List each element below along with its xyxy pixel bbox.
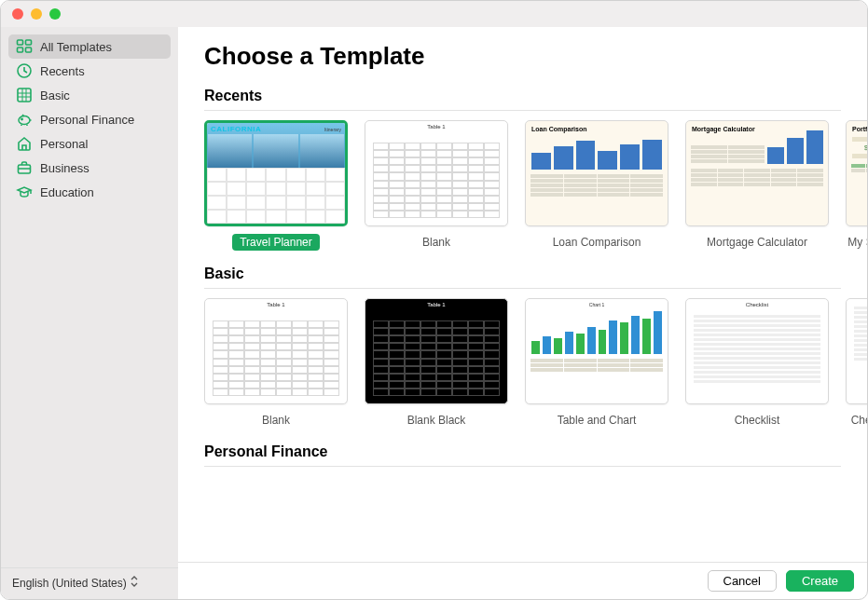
sidebar-item-personal[interactable]: Personal [8, 131, 171, 156]
svg-rect-3 [26, 48, 32, 52]
cancel-button[interactable]: Cancel [708, 570, 777, 592]
language-selector[interactable]: English (United States) [12, 576, 167, 590]
piggy-bank-icon [16, 111, 33, 128]
recents-row: CALIFORNIA Itinerary Travel Planner Tabl… [204, 120, 867, 258]
template-thumbnail: Portfolio $60000.00 [846, 120, 867, 226]
minimize-icon[interactable] [31, 8, 42, 20]
sidebar-item-label: Personal [40, 137, 88, 151]
section-title-basic: Basic [204, 266, 867, 282]
svg-point-6 [19, 116, 30, 125]
sidebar: All Templates Recents Basic [1, 27, 178, 599]
template-card-checklist[interactable]: Checklist Checklist [685, 298, 829, 429]
template-label: Checklist [844, 412, 867, 429]
thumbnail-title: Loan Comparison [526, 121, 668, 134]
thumbnail-amount: $60000.00 [847, 144, 867, 151]
divider [204, 288, 841, 289]
close-icon[interactable] [12, 8, 23, 20]
sidebar-item-recents[interactable]: Recents [8, 59, 171, 83]
svg-rect-1 [26, 40, 32, 45]
sidebar-list: All Templates Recents Basic [1, 27, 178, 567]
graduation-cap-icon [16, 184, 33, 200]
template-label: Travel Planner [232, 234, 320, 251]
template-label: Loan Comparison [545, 234, 649, 251]
sidebar-item-business[interactable]: Business [8, 156, 171, 180]
divider [204, 466, 841, 467]
updown-icon [131, 576, 138, 590]
template-card-table-and-chart[interactable]: Chart 1 Table and Chart [525, 298, 668, 429]
template-thumbnail: Checklist [685, 298, 829, 404]
house-icon [16, 135, 33, 152]
page-title: Choose a Template [204, 42, 867, 71]
template-card-travel-planner[interactable]: CALIFORNIA Itinerary Travel Planner [204, 120, 348, 251]
template-thumbnail: Table 1 [204, 298, 348, 404]
thumbnail-title: Checklist [686, 299, 828, 307]
window-body: All Templates Recents Basic [1, 27, 867, 599]
language-label: English (United States) [12, 577, 127, 590]
thumbnail-accent-text: CALIFORNIA [211, 125, 261, 133]
create-button[interactable]: Create [786, 570, 854, 592]
template-label: Blank [415, 234, 458, 251]
template-label: Mortgage Calculator [699, 234, 815, 251]
template-thumbnail: Loan Comparison [525, 120, 668, 226]
template-thumbnail [846, 298, 867, 404]
sidebar-item-all-templates[interactable]: All Templates [8, 34, 171, 59]
templates-grid-icon [16, 38, 33, 55]
svg-point-7 [21, 118, 22, 119]
section-title-personal-finance: Personal Finance [204, 443, 867, 460]
thumbnail-sub-text: Itinerary [324, 127, 341, 132]
template-card-blank[interactable]: Table 1 Blank [365, 120, 508, 251]
template-card-my-stocks[interactable]: Portfolio $60000.00 My Stocks [846, 120, 867, 251]
svg-rect-2 [18, 48, 23, 52]
clock-icon [16, 62, 33, 79]
divider [204, 110, 841, 111]
template-card-blank[interactable]: Table 1 Blank [204, 298, 348, 429]
template-scroll-area[interactable]: Choose a Template Recents CALIFORNIA Iti… [178, 27, 867, 562]
template-thumbnail: CALIFORNIA Itinerary [204, 120, 348, 226]
sidebar-item-label: Personal Finance [40, 113, 134, 127]
template-thumbnail: Table 1 [365, 120, 508, 226]
template-thumbnail: Table 1 [365, 298, 508, 404]
template-chooser-window: All Templates Recents Basic [0, 0, 868, 600]
thumbnail-title: Portfolio [847, 121, 867, 134]
template-card-blank-black[interactable]: Table 1 Blank Black [365, 298, 508, 429]
zoom-icon[interactable] [49, 8, 61, 20]
template-label: Blank Black [400, 412, 474, 429]
sidebar-item-label: Recents [40, 64, 85, 78]
sidebar-item-label: Business [40, 161, 90, 175]
template-card-mortgage-calculator[interactable]: Mortgage Calculator Mortgage Calculator [685, 120, 829, 251]
sidebar-item-education[interactable]: Education [8, 180, 171, 204]
sidebar-footer: English (United States) [1, 567, 178, 599]
grid-icon [16, 87, 33, 103]
template-card-checklist-2[interactable]: Checklist [846, 298, 867, 429]
svg-rect-5 [18, 89, 31, 102]
sidebar-item-label: Education [40, 185, 94, 199]
basic-row: Table 1 Blank Table 1 Blank Black [204, 298, 867, 436]
sidebar-item-basic[interactable]: Basic [8, 83, 171, 107]
template-label: Table and Chart [550, 412, 644, 429]
template-label: Checklist [727, 412, 788, 429]
sidebar-item-personal-finance[interactable]: Personal Finance [8, 107, 171, 131]
template-label: My Stocks [840, 234, 867, 251]
template-thumbnail: Mortgage Calculator [685, 120, 829, 226]
footer: Cancel Create [178, 562, 867, 599]
svg-rect-0 [18, 40, 23, 45]
main-content: Choose a Template Recents CALIFORNIA Iti… [178, 27, 867, 599]
titlebar [1, 1, 867, 27]
template-thumbnail: Chart 1 [525, 298, 668, 404]
template-card-loan-comparison[interactable]: Loan Comparison Loan Comparison [525, 120, 668, 251]
sidebar-item-label: Basic [40, 89, 70, 102]
template-label: Blank [255, 412, 297, 429]
sidebar-item-label: All Templates [40, 40, 112, 54]
section-title-recents: Recents [204, 88, 867, 104]
briefcase-icon [16, 159, 33, 176]
